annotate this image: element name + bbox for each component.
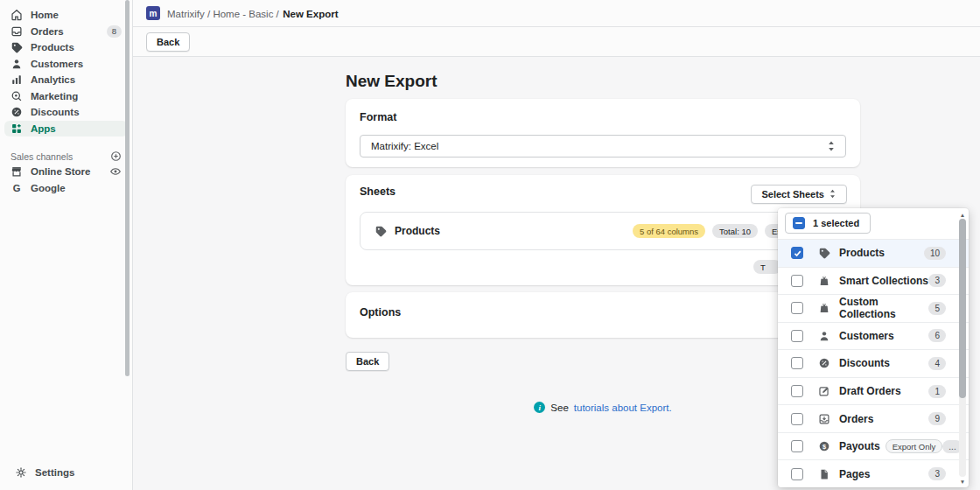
analytics-icon [10,74,23,86]
sheet-option-label: Custom Collections [839,296,928,320]
sidebar-item-label: Orders [31,26,64,37]
checkbox-unchecked[interactable] [791,302,803,314]
checkbox-unchecked[interactable] [791,330,803,342]
sidebar-scrollbar[interactable] [125,0,130,376]
checkbox-unchecked[interactable] [791,357,803,369]
format-select-value: Matrixify: Excel [371,141,438,151]
plus-circle-icon[interactable] [110,150,122,162]
draft-orders-icon [818,385,830,397]
sales-channels-label: Sales channels [10,151,73,162]
total-badge: Total: 10 [712,224,758,238]
sidebar-item-label: Products [31,42,74,52]
orders-count-badge: 8 [107,25,122,38]
sheet-option-label: Pages [839,468,870,480]
sidebar-item-settings[interactable]: Settings [9,465,123,481]
sidebar-item-label: Analytics [31,74,75,85]
sidebar-item-products[interactable]: Products [4,39,128,56]
sidebar-item-apps[interactable]: Apps [4,121,128,137]
eye-icon[interactable] [109,165,122,178]
sheet-option-payouts[interactable]: $ Payouts Export Only ... [778,432,969,460]
select-all-toggle[interactable]: 1 selected [785,213,871,234]
sidebar-item-orders[interactable]: Orders 8 [4,24,128,40]
sidebar-item-label: Online Store [31,166,90,177]
sheet-option-customers[interactable]: Customers 6 [778,322,969,350]
scroll-up-arrow-icon[interactable]: ▲ [958,210,967,219]
updown-arrows-icon [828,141,835,151]
scroll-down-arrow-icon[interactable]: ▼ [958,477,967,486]
sheet-option-products[interactable]: Products 10 [778,239,969,267]
home-icon [10,9,23,21]
sheet-option-label: Draft Orders [839,385,901,397]
back-button-bottom[interactable]: Back [346,352,389,371]
products-icon [374,225,387,237]
sheet-option-discounts[interactable]: Discounts 4 [778,349,969,377]
sheet-option-label: Orders [839,413,873,425]
sheet-row-products[interactable]: Products 5 of 64 columns Total: 10 Estim… [360,212,846,250]
sidebar-item-customers[interactable]: Customers [4,56,128,73]
sheet-option-label: Customers [839,330,894,342]
checkbox-unchecked[interactable] [791,413,803,425]
sheet-count-badge: 3 [928,274,946,287]
sheet-select-dropdown: 1 selected Products 10 Smart Collections… [778,208,969,487]
sidebar-item-online-store[interactable]: Online Store [4,164,128,180]
breadcrumb: Matrixify / Home - Basic / New Export [167,5,339,21]
breadcrumb-current: New Export [283,9,338,19]
collections-icon [818,275,830,287]
sheet-count-badge: 3 [928,467,946,480]
sheet-option-pages[interactable]: Pages 3 [778,459,969,487]
matrixify-logo: m [146,6,160,20]
svg-text:$: $ [822,443,826,451]
breadcrumb-trail[interactable]: Matrixify / Home - Basic / [167,9,279,19]
select-sheets-button[interactable]: Select Sheets [751,185,847,204]
store-icon [10,165,23,178]
checkbox-unchecked[interactable] [791,468,803,480]
marketing-icon [10,90,23,102]
collections-icon [818,302,830,314]
sidebar-item-analytics[interactable]: Analytics [4,72,128,88]
sidebar-item-marketing[interactable]: Marketing [4,88,128,105]
selected-summary-label: 1 selected [813,218,859,228]
sidebar-item-discounts[interactable]: Discounts [4,104,128,121]
scrollbar-track[interactable] [959,219,966,477]
sheet-option-orders[interactable]: Orders 9 [778,404,969,432]
svg-text:G: G [13,182,21,192]
sheet-count-badge: 1 [928,385,946,398]
sheet-option-label: Products [839,247,885,259]
back-button-top[interactable]: Back [146,32,190,52]
checkbox-unchecked[interactable] [791,275,803,287]
sheet-count-badge: 9 [928,412,946,425]
checkbox-unchecked[interactable] [791,385,803,397]
sheet-option-smart-collections[interactable]: Smart Collections 3 [778,267,969,295]
select-sheets-button-label: Select Sheets [761,189,824,200]
orders-tray-icon [818,413,830,425]
format-card: Format Matrixify: Excel [346,99,860,167]
sheet-option-list: Products 10 Smart Collections 3 Custom C… [778,239,969,487]
sidebar-item-home[interactable]: Home [4,7,128,24]
sales-channels-header: Sales channels [10,150,122,162]
scrollbar-thumb[interactable] [959,219,966,398]
tutorials-link[interactable]: tutorials about Export. [574,402,672,413]
settings-section: Settings [4,465,128,481]
dropdown-scrollbar[interactable]: ▲ ▼ [958,210,967,486]
sidebar-item-google[interactable]: G Google [4,180,128,197]
sheet-option-label: Discounts [839,357,890,369]
footer-note-prefix: See [550,402,568,413]
checkbox-checked[interactable] [791,247,803,259]
format-select[interactable]: Matrixify: Excel [360,135,846,158]
checkbox-unchecked[interactable] [791,440,803,452]
google-icon: G [10,182,23,194]
sidebar-item-label: Settings [35,467,74,478]
format-card-title: Format [360,111,846,123]
sidebar-item-label: Discounts [31,107,80,117]
options-card-title: Options [360,306,846,318]
payouts-icon: $ [818,440,830,452]
select-all-checkbox[interactable] [793,217,805,229]
breadcrumb-bar: m Matrixify / Home - Basic / New Export [133,0,980,27]
products-icon [818,247,830,259]
pages-icon [818,468,830,480]
sidebar-item-label: Apps [31,123,56,134]
sheet-option-custom-collections[interactable]: Custom Collections 5 [778,294,969,322]
sheet-option-draft-orders[interactable]: Draft Orders 1 [778,377,969,405]
sheet-option-label: Payouts [839,440,880,452]
products-icon [10,41,23,53]
